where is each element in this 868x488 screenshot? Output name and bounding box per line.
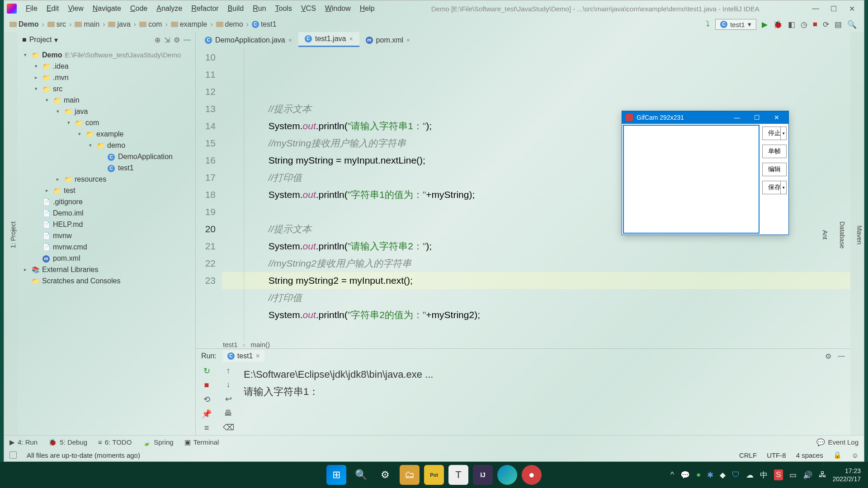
tray-app-icon[interactable]: ● bbox=[696, 470, 701, 479]
expander-icon[interactable]: ▾ bbox=[76, 131, 83, 137]
gutter[interactable]: 1011121314151617181920212223 bbox=[196, 47, 222, 341]
tree-item[interactable]: ▸📁resources bbox=[18, 174, 195, 185]
onedrive-icon[interactable]: ☁ bbox=[746, 470, 754, 480]
stop-icon[interactable]: ■ bbox=[813, 20, 817, 29]
breadcrumb-class[interactable]: test1 bbox=[223, 341, 238, 348]
crumb-test1[interactable]: Ctest1 bbox=[250, 20, 278, 28]
debug-icon[interactable]: 🐞 bbox=[773, 20, 783, 29]
line-number[interactable]: 13 bbox=[196, 100, 216, 117]
crumb-main[interactable]: main bbox=[73, 20, 101, 28]
menu-view[interactable]: View bbox=[63, 3, 88, 14]
tree-item[interactable]: ▸📁test bbox=[18, 185, 195, 196]
bottom-tab[interactable]: ≡6: TODO bbox=[98, 438, 132, 446]
bottom-tab[interactable]: 🐞5: Debug bbox=[48, 438, 87, 446]
menu-navigate[interactable]: Navigate bbox=[88, 3, 126, 14]
edge-icon[interactable] bbox=[497, 465, 517, 485]
editor-tab[interactable]: mpom.xml× bbox=[359, 33, 417, 47]
up-icon[interactable]: ↑ bbox=[226, 366, 231, 375]
potplayer-icon[interactable]: Pot bbox=[424, 465, 444, 485]
code-line[interactable] bbox=[222, 324, 850, 341]
readonly-icon[interactable]: 🔒 bbox=[833, 451, 842, 459]
menu-tools[interactable]: Tools bbox=[271, 3, 297, 14]
menu-file[interactable]: File bbox=[21, 3, 42, 14]
run-config-selector[interactable]: C test1 ▾ bbox=[715, 19, 756, 30]
expander-icon[interactable]: ▸ bbox=[44, 188, 50, 193]
code-line[interactable]: System.out.println("字符串2的值为："+myString2)… bbox=[222, 306, 850, 324]
rerun-icon[interactable]: ↻ bbox=[203, 366, 210, 376]
coverage-icon[interactable]: ◧ bbox=[788, 20, 795, 29]
tree-item[interactable]: Ctest1 bbox=[18, 162, 195, 174]
close-icon[interactable]: × bbox=[349, 35, 353, 42]
line-number[interactable]: 20 bbox=[196, 221, 216, 238]
code-line[interactable]: System.out.println("请输入字符串2："); bbox=[222, 238, 850, 255]
search-everywhere-icon[interactable]: 🔍 bbox=[847, 20, 857, 29]
bottom-tab[interactable]: ▣Terminal bbox=[184, 438, 219, 446]
tree-item[interactable]: CDemoApplication bbox=[18, 151, 195, 162]
tree-item[interactable]: ▾📁java bbox=[18, 106, 195, 117]
run-hide-icon[interactable]: — bbox=[838, 352, 845, 360]
close-icon[interactable]: × bbox=[255, 352, 259, 360]
crumb-com[interactable]: com bbox=[137, 20, 164, 28]
line-number[interactable]: 14 bbox=[196, 117, 216, 135]
gifcam-save-button[interactable]: 保存▾ bbox=[762, 181, 787, 194]
menu-help[interactable]: Help bbox=[355, 3, 379, 14]
tray-app-icon-2[interactable]: ✱ bbox=[707, 470, 713, 480]
menu-vcs[interactable]: VCS bbox=[297, 3, 321, 14]
locate-icon[interactable]: ⊕ bbox=[155, 36, 160, 44]
menu-build[interactable]: Build bbox=[223, 3, 249, 14]
tray-chevron-icon[interactable]: ^ bbox=[670, 470, 674, 479]
run-icon[interactable]: ▶ bbox=[762, 20, 768, 29]
line-number[interactable]: 23 bbox=[196, 272, 216, 289]
code-line[interactable]: //myString2接收用户输入的字符串 bbox=[222, 255, 850, 272]
gifcam-capture-area[interactable] bbox=[623, 125, 760, 234]
pin-icon[interactable]: 📌 bbox=[202, 409, 212, 419]
close-icon[interactable]: × bbox=[288, 37, 292, 44]
tray-shield-icon[interactable]: 🛡 bbox=[732, 470, 740, 479]
project-tool-tab[interactable]: 1: Project bbox=[9, 219, 18, 251]
breadcrumb-method[interactable]: main() bbox=[251, 341, 270, 348]
sogou-icon[interactable]: S bbox=[774, 469, 783, 480]
explorer-icon[interactable]: 🗂 bbox=[400, 465, 420, 485]
status-icon[interactable] bbox=[9, 451, 17, 459]
wechat-icon[interactable]: 💬 bbox=[680, 470, 690, 480]
expander-icon[interactable]: ▾ bbox=[87, 142, 94, 148]
tree-item[interactable]: ▾📁.idea bbox=[18, 61, 195, 72]
gifcam-close-button[interactable]: ✕ bbox=[769, 114, 785, 121]
menu-run[interactable]: Run bbox=[248, 3, 270, 14]
gifcam-minimize-button[interactable]: — bbox=[729, 114, 745, 121]
gifcam-window[interactable]: GifCam 292x231 — ☐ ✕ 停止▾ 单帧 编辑 保存▾ bbox=[622, 111, 789, 235]
bottom-tab[interactable]: 🍃Spring bbox=[142, 438, 173, 446]
hide-icon[interactable]: — bbox=[184, 36, 191, 44]
tree-item[interactable]: ▸📁.mvn bbox=[18, 72, 195, 83]
search-icon[interactable]: 🔍 bbox=[351, 465, 371, 485]
minimize-button[interactable]: — bbox=[811, 5, 820, 13]
line-number[interactable]: 17 bbox=[196, 169, 216, 186]
start-button[interactable]: ⊞ bbox=[326, 465, 346, 485]
encoding[interactable]: UTF-8 bbox=[767, 451, 786, 459]
line-number[interactable]: 16 bbox=[196, 152, 216, 169]
tree-item[interactable]: ▸📚External Libraries bbox=[18, 264, 195, 275]
expander-icon[interactable]: ▾ bbox=[44, 97, 50, 103]
print-icon[interactable]: 🖶 bbox=[224, 408, 232, 418]
crumb-demo[interactable]: Demo bbox=[8, 20, 40, 28]
restart-icon[interactable]: ⟲ bbox=[203, 394, 210, 404]
project-tree[interactable]: ▾📁Demo E:\File\Software_test\JavaStudy\D… bbox=[18, 47, 195, 435]
menu-window[interactable]: Window bbox=[321, 3, 355, 14]
tree-item[interactable]: 📄.gitignore bbox=[18, 196, 195, 207]
indent[interactable]: 4 spaces bbox=[796, 451, 823, 459]
line-number[interactable]: 21 bbox=[196, 238, 216, 255]
line-number[interactable]: 22 bbox=[196, 255, 216, 272]
chevron-down-icon[interactable]: ▾ bbox=[780, 181, 787, 194]
typora-icon[interactable]: T bbox=[448, 465, 468, 485]
stop-icon[interactable]: ■ bbox=[204, 380, 209, 390]
menu-analyze[interactable]: Analyze bbox=[152, 3, 187, 14]
tree-item[interactable]: 📄HELP.md bbox=[18, 219, 195, 230]
editor-tab[interactable]: CDemoApplication.java× bbox=[198, 33, 298, 47]
tree-item[interactable]: ▾📁src bbox=[18, 83, 195, 94]
gifcam-frame-button[interactable]: 单帧 bbox=[762, 145, 787, 158]
ime-icon[interactable]: 中 bbox=[760, 470, 768, 480]
clock[interactable]: 17:23 2022/2/17 bbox=[833, 467, 861, 483]
build-icon[interactable]: ⤵ bbox=[706, 20, 710, 29]
project-view-selector[interactable]: ■Project▾ bbox=[22, 36, 58, 44]
expander-icon[interactable]: ▾ bbox=[66, 120, 72, 126]
